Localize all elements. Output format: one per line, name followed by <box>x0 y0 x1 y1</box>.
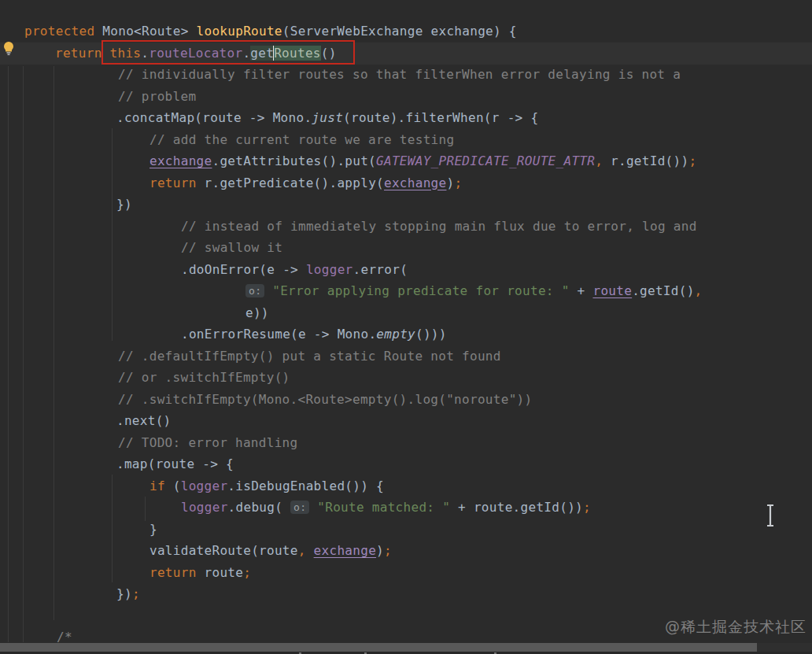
code-token: logger <box>306 262 353 277</box>
code-token: .onErrorResume(e -> Mono. <box>181 327 376 342</box>
code-token: e)) <box>245 305 269 320</box>
code-line[interactable]: e)) <box>0 302 812 324</box>
code-token: .isDebugEnabled()) { <box>227 478 384 493</box>
code-token: // .defaultIfEmpty() put a static Route … <box>118 349 501 364</box>
code-token: .concatMap(route -> Mono. <box>116 110 312 125</box>
code-editor[interactable]: protected Mono<Route> lookupRoute(Server… <box>0 0 812 643</box>
code-token: ; <box>688 153 696 168</box>
code-line[interactable]: .concatMap(route -> Mono.just(route).fil… <box>0 107 812 129</box>
code-line[interactable]: // TODO: error handling <box>0 432 812 454</box>
code-token: "Route matched: " <box>317 500 450 515</box>
code-line[interactable]: // problem <box>0 86 812 108</box>
horizontal-scrollbar-thumb[interactable] <box>0 643 757 652</box>
code-token: exchange <box>384 176 446 190</box>
code-token: ; <box>243 565 251 580</box>
code-line[interactable]: o: "Error applying predicate for route: … <box>0 280 812 302</box>
intention-bulb-icon[interactable] <box>2 41 16 56</box>
code-token: exchange <box>149 153 212 168</box>
code-token: + route.getId()) <box>450 500 583 515</box>
code-line[interactable]: validateRoute(route, exchange); <box>0 540 812 562</box>
code-token: return <box>55 46 102 61</box>
code-line[interactable]: }) <box>0 194 812 216</box>
mouse-cursor-ibeam <box>764 504 777 527</box>
code-token <box>309 500 317 515</box>
code-token: ; <box>384 543 392 558</box>
inlay-parameter-hint: o: <box>245 284 264 297</box>
code-line[interactable]: }); <box>0 583 812 605</box>
code-token: ())) <box>415 327 447 342</box>
code-token: // problem <box>118 89 196 104</box>
code-token: .map(route -> { <box>116 456 234 471</box>
code-line[interactable]: return r.getPredicate().apply(exchange); <box>0 172 812 194</box>
code-line[interactable]: // swallow it <box>0 237 812 259</box>
code-line[interactable]: return route; <box>0 562 812 584</box>
code-token: .next() <box>116 413 172 428</box>
code-token: route <box>197 565 244 580</box>
code-line[interactable]: exchange.getAttributes().put(GATEWAY_PRE… <box>0 150 812 172</box>
code-token: // or .switchIfEmpty() <box>118 370 290 385</box>
code-token: GATEWAY_PREDICATE_ROUTE_ATTR <box>376 153 595 168</box>
code-token: (ServerWebExchange exchange) { <box>282 24 517 39</box>
code-line[interactable]: // instead of immediately stopping main … <box>0 216 812 238</box>
code-line[interactable]: // or .switchIfEmpty() <box>0 367 812 389</box>
code-token: , <box>595 153 603 168</box>
code-token: // swallow it <box>181 240 282 255</box>
ide-window: { "app": "intellij-idea-darcula-editor",… <box>0 0 812 654</box>
code-line[interactable]: .onErrorResume(e -> Mono.empty())) <box>0 323 812 345</box>
code-lines: protected Mono<Route> lookupRoute(Server… <box>0 20 812 648</box>
code-token: .doOnError(e -> <box>181 262 306 277</box>
code-line[interactable]: // .defaultIfEmpty() put a static Route … <box>0 345 812 368</box>
code-token: route <box>592 283 632 298</box>
code-token: "Error applying predicate for route: " <box>272 283 569 298</box>
code-token: , <box>695 283 703 298</box>
code-token: ; <box>583 500 591 515</box>
code-line[interactable]: .doOnError(e -> logger.error( <box>0 259 812 281</box>
code-token: validateRoute(route <box>149 543 298 558</box>
code-token: // add the current route we are testing <box>149 132 454 147</box>
code-token: // individually filter routes so that fi… <box>118 67 681 82</box>
code-token: (route).filterWhen(r -> { <box>343 110 538 125</box>
code-token: }) <box>116 197 132 212</box>
code-token: r.getId()) <box>603 153 688 168</box>
code-token: exchange <box>314 543 376 558</box>
code-token: ) <box>376 543 384 558</box>
code-line[interactable]: } <box>0 519 812 541</box>
code-token: protected <box>24 24 94 39</box>
code-line[interactable]: // individually filter routes so that fi… <box>0 64 812 86</box>
code-token: ; <box>454 176 462 190</box>
code-token: , <box>298 543 306 558</box>
code-token: ( <box>165 478 181 493</box>
code-token: return <box>149 176 197 190</box>
code-token: logger <box>181 478 228 493</box>
code-line[interactable]: if (logger.isDebugEnabled()) { <box>0 475 812 497</box>
horizontal-scrollbar-track[interactable] <box>0 643 812 652</box>
code-token: just <box>312 110 343 125</box>
code-token: } <box>149 522 157 537</box>
code-token: }) <box>116 586 132 601</box>
code-token <box>264 283 272 298</box>
code-token: return <box>149 565 197 580</box>
code-token: ) <box>446 176 454 190</box>
code-line[interactable]: protected Mono<Route> lookupRoute(Server… <box>0 20 812 42</box>
code-token: ; <box>132 586 140 601</box>
code-token: r.getPredicate().apply( <box>197 176 384 190</box>
code-line[interactable]: // .switchIfEmpty(Mono.<Route>empty().lo… <box>0 389 812 411</box>
code-token: .debug( <box>228 500 290 515</box>
code-line[interactable]: // add the current route we are testing <box>0 129 812 151</box>
code-token: Mono<Route> <box>94 24 196 39</box>
code-line[interactable]: .next() <box>0 410 812 432</box>
code-token: // instead of immediately stopping main … <box>181 219 697 234</box>
code-token: // TODO: error handling <box>118 435 297 450</box>
code-line[interactable]: .map(route -> { <box>0 453 812 475</box>
watermark: @稀土掘金技术社区 <box>665 617 806 637</box>
inlay-parameter-hint: o: <box>290 501 309 514</box>
code-token <box>306 543 314 558</box>
code-token: .getId() <box>632 283 694 298</box>
code-token: empty <box>376 327 415 342</box>
code-token: lookupRoute <box>197 24 282 39</box>
code-line[interactable]: logger.debug( o: "Route matched: " + rou… <box>0 497 812 519</box>
code-token: + <box>570 283 593 298</box>
annotation-red-box <box>102 40 355 65</box>
code-token: if <box>149 478 165 493</box>
code-token: logger <box>181 500 228 515</box>
